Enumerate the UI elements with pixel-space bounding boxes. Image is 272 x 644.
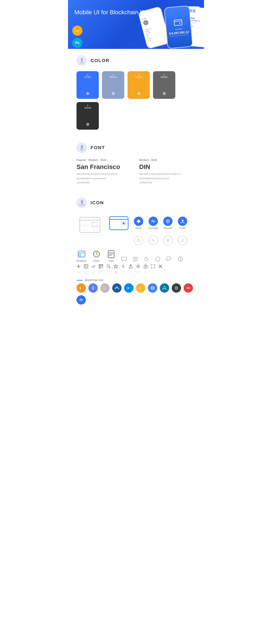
svg-rect-85 bbox=[102, 271, 102, 272]
nav-item-profile-outline bbox=[178, 236, 187, 245]
ark-icon bbox=[160, 283, 169, 293]
svg-line-89 bbox=[109, 273, 110, 274]
svg-marker-96 bbox=[93, 286, 94, 288]
svg-marker-28 bbox=[137, 239, 140, 242]
colored-wallet-icon bbox=[108, 214, 130, 232]
forward-icon-faded bbox=[128, 270, 133, 274]
din-lowercase: abcdefghijklmnopqrstuvwxyz bbox=[139, 176, 196, 181]
bitcoin-icon: ₿ bbox=[76, 283, 86, 293]
svg-point-27 bbox=[182, 220, 184, 222]
svg-text:Z: Z bbox=[140, 286, 141, 290]
ethereum-icon bbox=[88, 283, 98, 293]
network-icon bbox=[148, 283, 157, 293]
font-din: Medium · Bold DIN ABCDEFGHIJKLMNOPQRSTUV… bbox=[139, 158, 196, 185]
grid-icon-faded bbox=[84, 270, 88, 274]
svg-point-23 bbox=[123, 222, 124, 224]
sf-name: San Francisco bbox=[76, 163, 133, 170]
wireframe-wallet-container bbox=[76, 214, 104, 237]
star-icon bbox=[114, 264, 118, 268]
zcash-icon: Z bbox=[136, 283, 145, 293]
svg-point-44 bbox=[133, 257, 138, 258]
icon-grid bbox=[76, 214, 104, 237]
svg-marker-107 bbox=[176, 287, 177, 289]
strat-icon bbox=[76, 295, 86, 304]
number-1: 1 bbox=[80, 58, 83, 62]
upload-icon bbox=[144, 264, 148, 268]
qr-icon bbox=[99, 264, 103, 268]
sf-numbers: 1234567890 bbox=[76, 181, 133, 185]
svg-rect-18 bbox=[80, 217, 100, 232]
font-sf: Regular · Medium · Bold San Francisco AB… bbox=[76, 158, 133, 185]
svg-text:₿: ₿ bbox=[80, 286, 81, 290]
sf-uppercase: ABCDEFGHIJKLMNOPQRSTUVWXYZ bbox=[76, 172, 133, 176]
svg-point-45 bbox=[156, 257, 160, 261]
svg-rect-19 bbox=[92, 222, 98, 226]
info-icon bbox=[178, 256, 184, 262]
discover-icon-bg bbox=[163, 216, 172, 226]
ltc-symbol: Ł bbox=[102, 286, 108, 290]
history-icon bbox=[92, 249, 101, 259]
sketch-badge bbox=[72, 26, 82, 36]
back-icon bbox=[121, 264, 126, 268]
number-text-2: TWO bbox=[80, 149, 84, 151]
eth-symbol bbox=[90, 286, 96, 290]
settings-icon-faded bbox=[144, 270, 148, 274]
plus-icon-faded bbox=[76, 270, 81, 274]
plus-icon bbox=[76, 264, 81, 268]
swatch-dot bbox=[163, 92, 166, 95]
svg-rect-46 bbox=[166, 257, 171, 260]
blockchain-divider: BlockChain Icon bbox=[76, 279, 196, 282]
moon-icon bbox=[144, 256, 150, 262]
poly-symbol bbox=[186, 286, 191, 290]
swatch-orange: #F5A623 bbox=[128, 71, 150, 99]
tool-badges: Ps 60+ Screens bbox=[72, 26, 82, 49]
svg-point-49 bbox=[180, 258, 181, 258]
zec-symbol: Z bbox=[138, 286, 143, 290]
section-number-3: 3 THREE bbox=[76, 198, 87, 208]
font-section-header: 2 TWO FONT bbox=[76, 142, 196, 153]
swatch-slate: #8DA0C8 bbox=[102, 71, 124, 99]
order-label: Order bbox=[108, 260, 114, 262]
exchange-outline-bg bbox=[148, 236, 158, 245]
check-icon bbox=[92, 264, 96, 268]
number-text-3: THREE bbox=[79, 204, 84, 206]
svg-point-29 bbox=[166, 239, 169, 242]
svg-rect-61 bbox=[100, 267, 100, 268]
discover-outline-icon bbox=[166, 238, 170, 242]
din-numbers: 1234567890 bbox=[139, 181, 196, 185]
nav-item-assets: Assets bbox=[134, 216, 143, 229]
divider-bar bbox=[76, 280, 83, 280]
icon-section-header: 3 THREE ICON bbox=[76, 198, 196, 208]
section-number-1: 1 ONE bbox=[76, 55, 87, 66]
svg-rect-5 bbox=[174, 20, 182, 26]
din-style: Medium · Bold bbox=[139, 158, 196, 162]
history-label: History bbox=[93, 260, 100, 262]
chat-icon bbox=[121, 256, 127, 262]
dcr-icon bbox=[172, 283, 181, 293]
blockchain-area: BlockChain Icon ₿ Ł bbox=[76, 279, 196, 304]
blockchain-label: BlockChain Icon bbox=[85, 279, 104, 282]
svg-rect-87 bbox=[100, 273, 100, 274]
nav-item-discover: Discover bbox=[163, 216, 172, 229]
discover-icon bbox=[166, 219, 170, 224]
phone-mockup-2: myWallet $ 6,297,502.12 Character may be… bbox=[164, 5, 193, 49]
strat-symbol bbox=[78, 297, 84, 302]
din-name: DIN bbox=[139, 163, 196, 170]
swatch-dot bbox=[137, 92, 140, 95]
outline-nav-row bbox=[134, 236, 187, 245]
din-uppercase: ABCDEFGHIJKLMNOPQRSTUVWXYZ bbox=[139, 172, 196, 176]
svg-marker-69 bbox=[114, 264, 118, 268]
svg-point-38 bbox=[98, 252, 98, 253]
nav-item-discover-outline bbox=[163, 236, 172, 245]
svg-point-93 bbox=[145, 272, 146, 273]
svg-marker-95 bbox=[92, 286, 93, 288]
wallet-svg bbox=[108, 214, 130, 232]
svg-marker-97 bbox=[92, 288, 93, 290]
search-icon bbox=[106, 264, 110, 268]
layers-icon bbox=[132, 256, 138, 262]
nav-item-exchange-outline bbox=[148, 236, 158, 245]
close-icon bbox=[158, 264, 162, 268]
utility-icons-row-faded bbox=[76, 270, 196, 274]
color-section: 1 ONE COLOR #3574FA #8DA0C8 #F5A623 #666… bbox=[68, 49, 204, 136]
assets-icon bbox=[136, 219, 141, 224]
